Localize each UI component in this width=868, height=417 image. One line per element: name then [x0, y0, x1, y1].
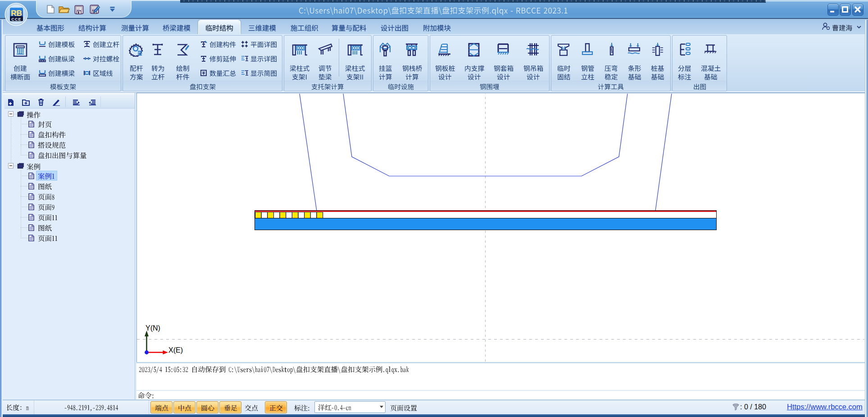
svg-text:CCE: CCE [11, 17, 22, 22]
svg-text:RB: RB [11, 9, 22, 18]
